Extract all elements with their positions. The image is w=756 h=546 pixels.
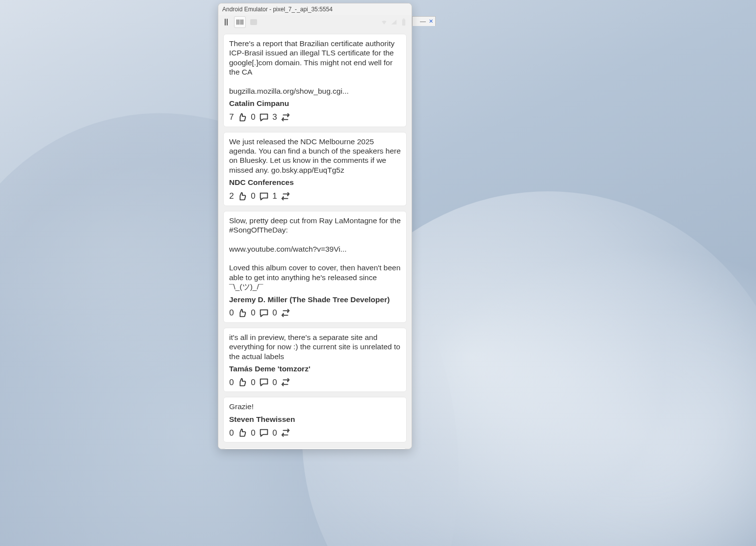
repost-icon[interactable] — [280, 191, 291, 202]
reply-count: 0 — [251, 191, 256, 201]
post-author: Tamás Deme 'tomzorz' — [229, 364, 401, 373]
post-card[interactable]: There's a report that Brazilian certific… — [223, 34, 407, 127]
repost-count: 1 — [272, 191, 277, 201]
wifi-icon — [380, 18, 388, 26]
post-body: Grazie! — [229, 402, 401, 411]
side-toolbar-titlebar[interactable]: — ✕ — [412, 16, 436, 26]
reply-count: 0 — [251, 308, 256, 318]
reply-icon[interactable] — [259, 377, 269, 388]
svg-rect-10 — [250, 19, 257, 25]
post-body: Slow, pretty deep cut from Ray LaMontagn… — [229, 216, 401, 292]
emulator-window: Android Emulator - pixel_7_-_api_35:5554 — [218, 3, 412, 449]
like-count: 0 — [229, 308, 234, 318]
post-metrics: 000 — [229, 377, 401, 388]
device-screen: There's a report that Brazilian certific… — [218, 15, 412, 449]
reply-count: 0 — [251, 428, 256, 438]
like-count: 0 — [229, 428, 234, 438]
like-icon[interactable] — [237, 377, 248, 388]
post-metrics: 000 — [229, 427, 401, 438]
signal-icon — [390, 18, 398, 26]
post-card[interactable]: Just upgrade to an espresso martini to b… — [223, 447, 407, 449]
battery-icon — [400, 18, 408, 26]
repost-icon[interactable] — [280, 427, 291, 438]
barcode-button[interactable] — [234, 16, 246, 28]
post-card[interactable]: Slow, pretty deep cut from Ray LaMontagn… — [223, 211, 407, 323]
reply-count: 0 — [251, 377, 256, 388]
post-author: NDC Conferences — [229, 178, 401, 187]
repost-icon[interactable] — [280, 308, 291, 318]
feed-list[interactable]: There's a report that Brazilian certific… — [218, 29, 412, 449]
post-metrics: 000 — [229, 308, 401, 318]
like-icon[interactable] — [237, 308, 248, 318]
repost-count: 0 — [272, 308, 277, 318]
minimize-icon[interactable]: — — [420, 19, 426, 25]
post-metrics: 201 — [229, 191, 401, 202]
repost-icon[interactable] — [280, 377, 291, 388]
reply-count: 0 — [251, 112, 256, 122]
emulator-title: Android Emulator - pixel_7_-_api_35:5554 — [222, 6, 333, 13]
like-icon[interactable] — [237, 427, 248, 438]
post-body: There's a report that Brazilian certific… — [229, 39, 401, 96]
barcode-icon — [236, 19, 244, 26]
like-icon[interactable] — [237, 112, 248, 123]
repost-icon[interactable] — [280, 112, 291, 123]
emulator-titlebar[interactable]: Android Emulator - pixel_7_-_api_35:5554 — [218, 3, 412, 15]
post-card[interactable]: it's all in preview, there's a separate … — [223, 328, 407, 392]
close-icon[interactable]: ✕ — [429, 19, 433, 24]
card-icon — [250, 18, 258, 26]
like-icon[interactable] — [237, 191, 248, 202]
android-status-bar — [218, 15, 412, 29]
like-count: 7 — [229, 112, 234, 122]
like-count: 2 — [229, 191, 234, 201]
post-author: Steven Thewissen — [229, 415, 401, 424]
repost-count: 3 — [272, 112, 277, 122]
svg-rect-11 — [402, 19, 405, 26]
svg-rect-12 — [403, 19, 404, 20]
post-body: We just released the NDC Melbourne 2025 … — [229, 137, 401, 175]
post-body: it's all in preview, there's a separate … — [229, 333, 401, 361]
repost-count: 0 — [272, 377, 277, 388]
post-card[interactable]: We just released the NDC Melbourne 2025 … — [223, 132, 407, 206]
post-author: Catalin Cimpanu — [229, 99, 401, 108]
drag-handle-icon[interactable] — [222, 18, 230, 26]
post-author: Jeremy D. Miller (The Shade Tree Develop… — [229, 295, 401, 304]
post-card[interactable]: Grazie!Steven Thewissen000 — [223, 397, 407, 442]
reply-icon[interactable] — [259, 191, 269, 202]
reply-icon[interactable] — [259, 308, 269, 318]
post-metrics: 703 — [229, 112, 401, 123]
like-count: 0 — [229, 377, 234, 388]
reply-icon[interactable] — [259, 112, 269, 123]
repost-count: 0 — [272, 428, 277, 438]
reply-icon[interactable] — [259, 427, 269, 438]
